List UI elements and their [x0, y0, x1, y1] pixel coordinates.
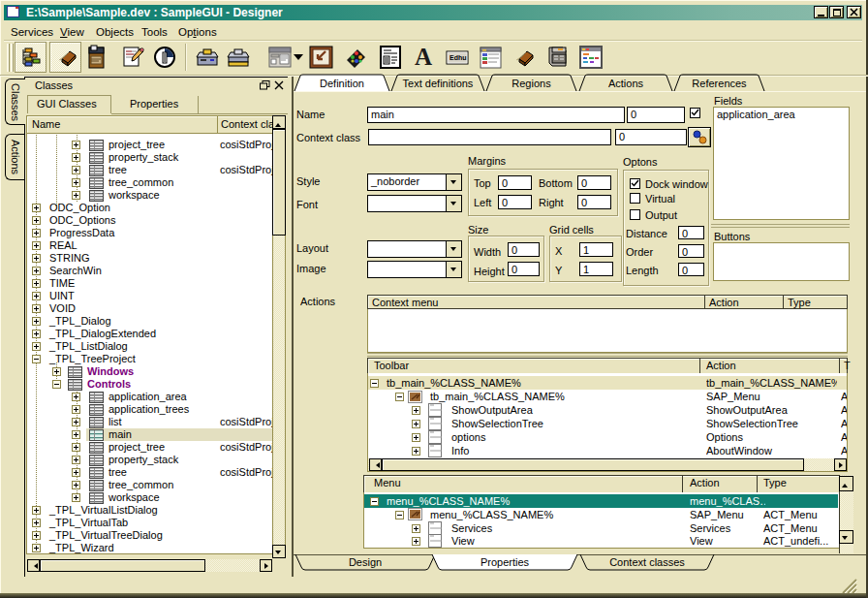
svg-text:Edhu: Edhu: [450, 54, 467, 61]
